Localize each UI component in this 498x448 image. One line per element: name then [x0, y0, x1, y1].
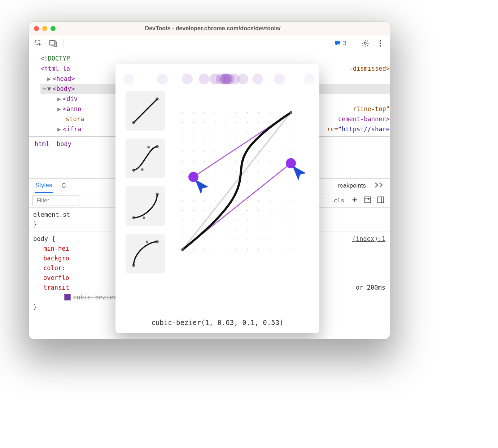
preset-linear[interactable]: [126, 91, 165, 131]
easing-swatch-icon[interactable]: [64, 294, 71, 300]
css-prop[interactable]: overflo: [43, 274, 69, 281]
svg-point-183: [290, 230, 291, 230]
tab-computed[interactable]: C: [61, 179, 66, 192]
breadcrumb-item[interactable]: html: [35, 139, 49, 149]
device-toolbar-icon[interactable]: [48, 38, 58, 48]
svg-point-5: [380, 42, 381, 44]
rule-source-link[interactable]: (index):1: [352, 234, 385, 244]
svg-point-127: [258, 122, 259, 123]
svg-point-56: [204, 161, 205, 162]
element-style-rule[interactable]: element.st: [33, 211, 70, 218]
gutter-ellipsis-icon[interactable]: ⋯: [43, 84, 47, 94]
svg-point-87: [226, 171, 226, 172]
toggle-sidebar-icon[interactable]: [377, 196, 385, 205]
svg-point-175: [290, 151, 291, 152]
svg-rect-8: [378, 197, 384, 203]
easing-presets: [126, 91, 165, 314]
css-prop[interactable]: backgro: [43, 255, 69, 262]
svg-point-68: [215, 132, 215, 132]
svg-point-46: [193, 210, 194, 211]
svg-point-134: [258, 190, 259, 191]
svg-point-41: [193, 161, 194, 162]
svg-point-71: [215, 161, 215, 162]
computed-side-icon[interactable]: [364, 196, 372, 205]
anno-tag[interactable]: <anno: [63, 105, 81, 113]
svg-point-151: [269, 210, 270, 211]
svg-point-88: [226, 181, 226, 181]
toggle-cls[interactable]: .cls: [329, 197, 346, 204]
preset-ease-in[interactable]: [126, 186, 165, 226]
svg-point-184: [290, 240, 291, 240]
svg-point-17: [143, 216, 145, 219]
svg-point-99: [236, 141, 237, 142]
svg-point-152: [269, 220, 270, 220]
svg-point-105: [236, 200, 237, 201]
toolbar-divider: [64, 39, 64, 48]
tab-styles[interactable]: Styles: [35, 179, 53, 193]
svg-point-37: [193, 122, 194, 123]
inspect-element-icon[interactable]: [33, 38, 43, 48]
bezier-value-label: cubic-bezier(1, 0.63, 0.1, 0.53): [126, 319, 309, 326]
svg-point-36: [193, 112, 194, 113]
svg-point-155: [269, 249, 270, 250]
svg-point-139: [258, 240, 259, 240]
css-prop[interactable]: transit: [43, 284, 69, 291]
svg-point-126: [258, 112, 259, 113]
html-tag[interactable]: <html la: [40, 65, 70, 72]
issues-button[interactable]: 3: [331, 38, 350, 48]
bezier-editor-popup[interactable]: cubic-bezier(1, 0.63, 0.1, 0.53): [115, 64, 319, 333]
svg-point-85: [226, 151, 226, 152]
svg-point-179: [290, 190, 291, 191]
svg-point-64: [204, 240, 205, 240]
svg-point-102: [236, 171, 237, 172]
svg-point-140: [258, 249, 259, 250]
svg-point-98: [236, 132, 237, 132]
rule-selector[interactable]: body {: [33, 235, 55, 242]
svg-point-109: [236, 240, 237, 240]
doctype-node[interactable]: <!DOCTYP: [40, 53, 390, 63]
add-rule-icon[interactable]: [351, 196, 359, 205]
svg-point-72: [215, 171, 215, 172]
svg-point-30: [182, 200, 183, 201]
svg-point-61: [204, 210, 205, 211]
bezier-graph[interactable]: [172, 91, 309, 314]
svg-point-145: [269, 151, 270, 152]
head-tag[interactable]: <head>: [53, 75, 75, 82]
attr-fragment: -dismissed>: [349, 63, 390, 74]
tab-breakpoints[interactable]: reakpoints: [337, 179, 367, 192]
more-tabs-icon[interactable]: [375, 182, 384, 190]
settings-icon[interactable]: [360, 38, 370, 48]
svg-point-149: [269, 190, 270, 191]
svg-point-160: [280, 151, 280, 152]
styles-filter-input[interactable]: [32, 195, 79, 206]
css-prop[interactable]: color:: [43, 264, 65, 272]
devtools-window: DevTools - developer.chrome.com/docs/dev…: [29, 22, 390, 339]
svg-point-66: [215, 112, 215, 113]
close-window-button[interactable]: [34, 26, 39, 31]
svg-point-181: [290, 210, 291, 211]
svg-point-159: [280, 141, 280, 142]
cursor-indicator-icon: [289, 164, 307, 182]
svg-point-185: [290, 249, 291, 250]
svg-point-97: [236, 122, 237, 123]
svg-point-89: [226, 190, 226, 191]
breadcrumb-item[interactable]: body: [57, 139, 71, 149]
toolbar-divider: [355, 39, 355, 48]
svg-point-76: [215, 210, 215, 211]
svg-point-168: [280, 230, 280, 230]
svg-point-116: [247, 161, 248, 162]
svg-point-150: [269, 200, 270, 201]
more-menu-icon[interactable]: [375, 38, 385, 48]
svg-point-170: [280, 249, 280, 250]
iframe-tag[interactable]: <ifra: [63, 126, 81, 133]
svg-point-157: [280, 122, 280, 123]
svg-point-133: [258, 181, 259, 181]
div-tag[interactable]: <div: [63, 95, 78, 102]
css-prop[interactable]: min-hei: [43, 245, 69, 252]
svg-point-69: [215, 141, 215, 142]
svg-point-65: [204, 249, 205, 250]
preset-ease-in-out[interactable]: [126, 139, 165, 178]
svg-point-172: [290, 122, 291, 123]
preset-ease-out[interactable]: [126, 234, 165, 273]
devtools-toolbar: 3: [29, 35, 390, 51]
